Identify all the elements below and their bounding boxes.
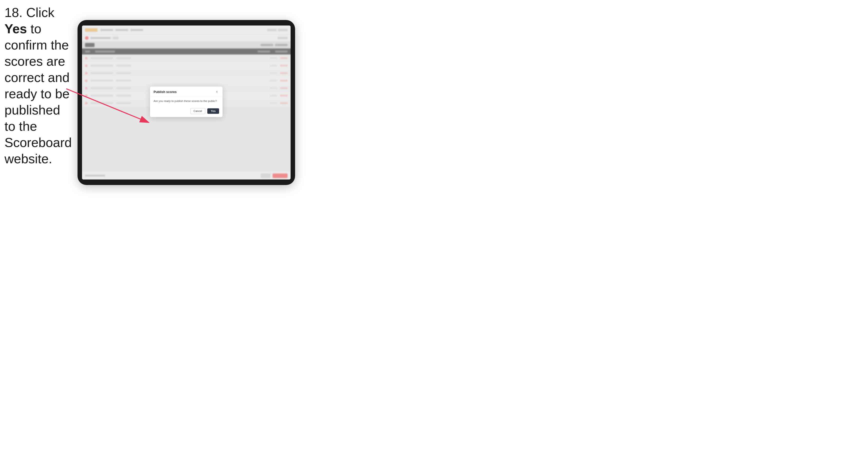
instruction-text: 18. Click Yes to confirm the scores are … xyxy=(4,4,74,167)
tablet-screen: Publish scores × Are you ready to publis… xyxy=(82,26,290,180)
publish-scores-dialog: Publish scores × Are you ready to publis… xyxy=(150,87,223,117)
yes-button[interactable]: Yes xyxy=(207,108,219,114)
dialog-body: Are you ready to publish these scores to… xyxy=(150,96,223,106)
tablet-device: Publish scores × Are you ready to publis… xyxy=(78,20,295,185)
dialog-title: Publish scores xyxy=(154,90,177,94)
tablet-body: Publish scores × Are you ready to publis… xyxy=(78,20,295,185)
dialog-footer: Cancel Yes xyxy=(150,106,223,117)
dialog-header: Publish scores × xyxy=(150,87,223,96)
dialog-close-button[interactable]: × xyxy=(215,90,219,94)
cancel-button[interactable]: Cancel xyxy=(190,108,205,114)
